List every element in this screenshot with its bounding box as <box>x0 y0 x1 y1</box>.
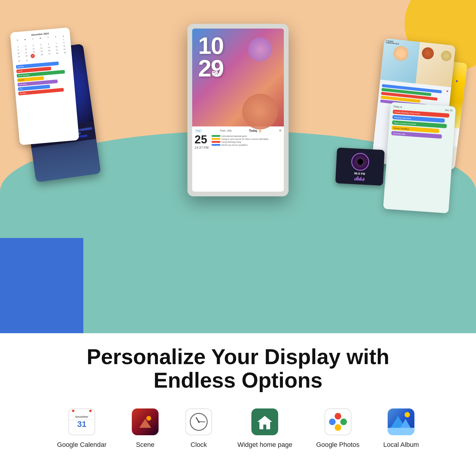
feature-scene[interactable]: Scene <box>130 407 160 449</box>
radio-bar <box>362 179 363 181</box>
album-bottom <box>388 428 414 435</box>
radio-bar <box>356 177 357 180</box>
feature-clock[interactable]: Clock <box>184 407 214 449</box>
photos-top: 2 YEARS3 MONTHS OLD <box>380 38 455 87</box>
feature-local-album[interactable]: Local Album <box>383 407 419 449</box>
schedule-bars: Meeting Lunch Team standup Review Worksh… <box>16 60 72 95</box>
clock-face <box>190 413 208 431</box>
scene-icon <box>132 408 159 435</box>
cal-event-item: World Cup Soccer Qualifiers <box>212 144 269 146</box>
device-cards: 02:43 PM Wednesday,Dec 25 Events Decembe… <box>0 0 476 333</box>
photo-food <box>416 42 455 87</box>
cal-events-list: International baseball game Going to Jon… <box>212 135 269 147</box>
google-calendar-icon: December 31 <box>68 408 95 435</box>
photo-baby: 2 YEARS3 MONTHS OLD <box>380 38 420 84</box>
feature-label-widget: Widget home page <box>237 441 292 449</box>
scene-mount-tri <box>139 419 151 428</box>
clock-center <box>198 421 200 423</box>
local-album-icon <box>388 408 414 435</box>
house-icon <box>257 414 272 429</box>
album-icon-container <box>386 407 416 437</box>
headline-line2: Endless Options <box>154 368 322 392</box>
feature-label-clock: Clock <box>191 441 207 449</box>
baby-age-label: 2 YEARS3 MONTHS OLD <box>386 40 399 45</box>
radio-bar <box>354 178 356 180</box>
radio-bars <box>354 176 365 181</box>
orb2 <box>248 37 272 61</box>
feature-google-photos[interactable]: Google Photos <box>316 407 360 449</box>
gcal-dot-left <box>72 410 74 412</box>
event-dot <box>212 144 220 146</box>
list-today: Today ➤ <box>393 105 402 108</box>
list-items: Family Birthday Party event Meeting with… <box>391 109 452 139</box>
feature-google-calendar[interactable]: December 31 Google Calendar <box>57 407 107 449</box>
radio-disc <box>351 152 369 171</box>
radio-bar <box>359 178 360 180</box>
confetti2 <box>456 80 458 82</box>
radio-bar <box>363 178 365 181</box>
cal-header: Day Tues, July Today 🎂 ⚙ <box>195 129 281 133</box>
gphotos-icon-container <box>323 407 353 437</box>
baby-avatar <box>393 45 409 62</box>
house-body <box>259 421 270 429</box>
feature-label-album: Local Album <box>383 441 419 449</box>
clock-icon-container <box>184 407 214 437</box>
features-row: December 31 Google Calendar Scene <box>57 407 419 449</box>
main-period: PM <box>212 71 220 77</box>
card-right-list: Today ➤ Dec 25 Family Birthday Party eve… <box>383 102 456 213</box>
headline: Personalize Your Display with Endless Op… <box>87 345 389 392</box>
album-sun <box>405 412 410 417</box>
gcal-dot-right <box>89 410 92 412</box>
cal-event-item: International baseball game <box>212 135 269 137</box>
mini-cal-grid: S M T W T F S 1 23 45 67 8 910 1112 1314… <box>14 35 69 63</box>
feature-label-scene: Scene <box>136 441 154 449</box>
orb1 <box>242 94 278 129</box>
main-display-frame: 10 29 PM Day Tues, July Today 🎂 ⚙ 25 <box>187 24 289 196</box>
cal-time: 14:37 PM <box>195 146 209 149</box>
cal-settings-icon[interactable]: ⚙ <box>279 129 281 132</box>
food-item1 <box>421 47 434 60</box>
screen-gradient: 10 29 PM <box>192 29 284 126</box>
event-dot <box>212 141 220 143</box>
list-date-small: Dec 25 <box>445 109 453 112</box>
widget-icon <box>251 408 278 435</box>
cal-day-badge: Day <box>195 129 202 133</box>
feature-label-gphotos: Google Photos <box>316 441 360 449</box>
petal-yellow <box>335 424 341 431</box>
petal-red <box>335 413 341 419</box>
card-radio: 98.8 FM <box>335 148 385 186</box>
gcal-date-number: 31 <box>77 420 86 428</box>
scene-icon-wrap <box>130 407 160 437</box>
petal-blue <box>329 419 336 425</box>
clock-hand-minute <box>199 422 205 422</box>
card-left-calendar: December 2024 S M T W T F S 1 23 45 67 8… <box>10 27 79 145</box>
food-item2 <box>441 50 452 62</box>
pinwheel <box>329 413 347 431</box>
radio-frequency: 98.8 FM <box>354 172 365 176</box>
headline-line1: Personalize Your Display with <box>87 345 389 369</box>
cal-date-label: Tues, July <box>220 129 232 132</box>
heart-icon: ♥ <box>446 89 449 93</box>
main-screen: 10 29 PM Day Tues, July Today 🎂 ⚙ 25 <box>192 29 284 192</box>
google-calendar-icon-wrap: December 31 <box>67 407 97 437</box>
clock-icon <box>185 408 212 435</box>
event-dot <box>212 135 220 137</box>
petal-green <box>340 419 347 425</box>
main-hour: 10 <box>198 35 223 57</box>
radio-inner-circle <box>357 159 363 165</box>
widget-icon-container <box>250 407 280 437</box>
google-photos-icon <box>325 408 351 435</box>
radio-bar <box>357 176 359 180</box>
radio-bar <box>360 177 362 181</box>
cal-event-item: Going to Jon's House for Piano Lessons w… <box>212 138 269 140</box>
main-time-display: 10 29 PM <box>198 35 223 80</box>
scene-mountain <box>138 416 153 428</box>
event-dot <box>212 138 220 140</box>
top-section: 02:43 PM Wednesday,Dec 25 Events Decembe… <box>0 0 476 333</box>
bottom-section: Personalize Your Display with Endless Op… <box>0 333 476 476</box>
screen-calendar-widget: Day Tues, July Today 🎂 ⚙ 25 14:37 PM <box>192 126 284 192</box>
cal-event-item: Family Birthday Party <box>212 141 269 143</box>
feature-label-google-calendar: Google Calendar <box>57 441 107 449</box>
cal-date-number: 25 <box>195 134 209 145</box>
feature-widget-home[interactable]: Widget home page <box>237 407 292 449</box>
